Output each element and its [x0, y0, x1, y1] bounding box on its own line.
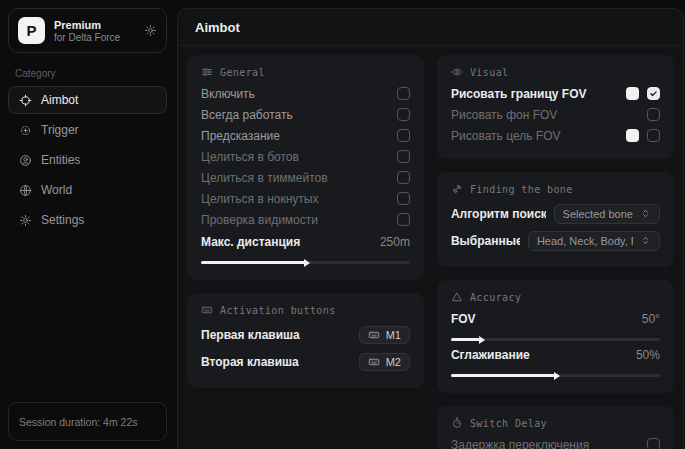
select-input[interactable]: Head, Neck, Body, Pe..: [528, 231, 660, 251]
sidebar-item-world[interactable]: World: [8, 176, 167, 204]
checkbox-input[interactable]: [397, 129, 410, 142]
card-header: Activation buttons: [201, 304, 410, 316]
settings-row: Рисовать фон FOV: [451, 104, 660, 125]
card-title: Visual: [470, 67, 509, 78]
app-subtitle: for Delta Force: [54, 32, 135, 43]
panel-header: Aimbot: [178, 9, 683, 46]
settings-row: Выбранные костиHead, Neck, Body, Pe..: [451, 227, 660, 254]
slider-fill: [451, 374, 555, 377]
settings-panel: Aimbot GeneralВключитьВсегда работатьПре…: [177, 8, 684, 449]
setting-label: Сглаживание: [451, 348, 628, 362]
slider-fill: [201, 261, 305, 264]
sliders-icon: [201, 66, 213, 78]
checkbox-input[interactable]: [647, 87, 660, 100]
category-label: Category: [15, 68, 160, 79]
slider-setting: FOV50°: [451, 308, 660, 341]
setting-label: Алгоритм поиска костей: [451, 207, 546, 221]
settings-row: Целиться в ботов: [201, 146, 410, 167]
checkbox-input[interactable]: [647, 438, 660, 449]
sidebar-spacer: [8, 234, 167, 402]
setting-value: 50°: [642, 312, 660, 326]
card-title: General: [220, 67, 265, 78]
setting-label: Первая клавиша: [201, 328, 351, 342]
gear-icon[interactable]: [144, 24, 157, 37]
session-duration: Session duration: 4m 22s: [8, 402, 167, 441]
checkbox-input[interactable]: [397, 213, 410, 226]
slider-input[interactable]: [451, 374, 660, 377]
checkbox-input[interactable]: [647, 129, 660, 142]
slider-fill: [451, 338, 480, 341]
sidebar-item-aimbot[interactable]: Aimbot: [8, 86, 167, 114]
sidebar-item-trigger[interactable]: Trigger: [8, 116, 167, 144]
settings-row: Всегда работать: [201, 104, 410, 125]
keybind-value: M2: [386, 356, 401, 368]
select-value: Selected bone: [563, 208, 633, 220]
color-swatch[interactable]: [626, 87, 639, 100]
gauge-icon: [451, 291, 463, 303]
settings-row: Рисовать цель FOV: [451, 125, 660, 146]
settings-row: FOV50°: [451, 308, 660, 329]
sidebar-item-label: Trigger: [41, 123, 79, 137]
row-controls: [647, 108, 660, 121]
settings-row: Первая клавишаM1: [201, 321, 410, 348]
eye-icon: [451, 66, 463, 78]
setting-value: 50%: [636, 348, 660, 362]
checkbox-input[interactable]: [397, 150, 410, 163]
settings-row: Включить: [201, 83, 410, 104]
checkbox-input[interactable]: [397, 87, 410, 100]
sidebar-item-entities[interactable]: Entities: [8, 146, 167, 174]
setting-value: 250m: [380, 235, 410, 249]
card-visual: VisualРисовать границу FOVРисовать фон F…: [437, 55, 674, 159]
settings-row: Проверка видимости: [201, 209, 410, 230]
setting-label: Выбранные кости: [451, 234, 520, 248]
sidebar-item-label: Entities: [41, 153, 80, 167]
panel-content: GeneralВключитьВсегда работатьПредсказан…: [178, 46, 683, 449]
setting-label: Целиться в нокнутых: [201, 192, 389, 206]
sidebar-item-label: Settings: [41, 213, 84, 227]
keybind-button[interactable]: M2: [359, 353, 410, 371]
card-header: General: [201, 66, 410, 78]
slider-input[interactable]: [451, 338, 660, 341]
trigger-icon: [19, 124, 32, 137]
setting-label: Рисовать фон FOV: [451, 108, 639, 122]
keyboard-icon: [201, 304, 213, 316]
sidebar-item-settings[interactable]: Settings: [8, 206, 167, 234]
keyboard-icon: [368, 329, 380, 341]
checkbox-input[interactable]: [397, 108, 410, 121]
settings-row: Задержка переключения: [451, 434, 660, 449]
card-header: Visual: [451, 66, 660, 78]
app-logo: P: [18, 17, 45, 44]
card-title: Activation buttons: [220, 305, 336, 316]
setting-label: Рисовать границу FOV: [451, 87, 618, 101]
color-swatch[interactable]: [626, 129, 639, 142]
card-switch-delay: Switch DelayЗадержка переключенияЗадержк…: [437, 406, 674, 449]
settings-row: Рисовать границу FOV: [451, 83, 660, 104]
entities-icon: [19, 154, 32, 167]
keybind-button[interactable]: M1: [359, 326, 410, 344]
keyboard-icon: [368, 356, 380, 368]
card-general: GeneralВключитьВсегда работатьПредсказан…: [187, 55, 424, 280]
select-input[interactable]: Selected bone: [554, 204, 660, 224]
settings-row: Вторая клавишаM2: [201, 348, 410, 375]
settings-row: Сглаживание50%: [451, 344, 660, 365]
gear-icon: [19, 214, 32, 227]
setting-label: Всегда работать: [201, 108, 389, 122]
checkbox-input[interactable]: [397, 171, 410, 184]
settings-column: VisualРисовать границу FOVРисовать фон F…: [437, 55, 674, 449]
card-header: Switch Delay: [451, 417, 660, 429]
unfold-icon: [640, 235, 651, 246]
slider-input[interactable]: [201, 261, 410, 264]
card-finding-bone: Finding the boneАлгоритм поиска костейSe…: [437, 172, 674, 267]
unfold-icon: [640, 208, 651, 219]
card-header: Finding the bone: [451, 183, 660, 195]
select-value: Head, Neck, Body, Pe..: [537, 235, 633, 247]
sidebar: P Premium for Delta Force Category Aimbo…: [0, 0, 175, 449]
logo-card: P Premium for Delta Force: [8, 8, 167, 53]
sidebar-nav: AimbotTriggerEntitiesWorldSettings: [8, 86, 167, 234]
checkbox-input[interactable]: [397, 192, 410, 205]
app-title: Premium: [54, 19, 135, 31]
sidebar-item-label: Aimbot: [41, 93, 78, 107]
setting-label: Целиться в тиммейтов: [201, 171, 389, 185]
check-icon: [649, 89, 658, 98]
checkbox-input[interactable]: [647, 108, 660, 121]
